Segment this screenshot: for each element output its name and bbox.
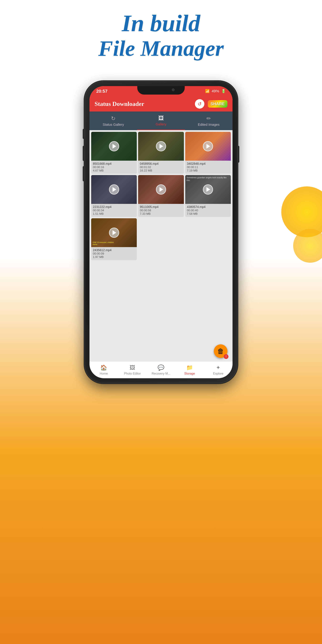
video-info-5: 9511005.mp4 00:00:58 7.33 MB [138,204,184,217]
status-gallery-icon: ↻ [111,115,116,122]
nav-recovery[interactable]: 💬 Recovery M... [147,364,176,376]
headline-line2: File Manager [0,36,322,60]
tab-gallery[interactable]: 🖼 Gallery [137,112,185,130]
front-camera [172,88,174,91]
explore-label: Explore [213,372,223,376]
play-button-2[interactable] [156,141,166,151]
video-info-2: 0458956.mp4 00:01:02 16.22 MB [138,161,184,174]
volume-down-button [83,166,84,181]
video-thumb-5 [138,175,184,204]
silent-button [83,129,84,139]
video-duration-3: 00:00:11 [187,166,229,169]
status-gallery-label: Status Gallery [103,123,124,126]
video-filename-2: 0458956.mp4 [140,162,182,166]
headline-line1: In build [0,10,322,36]
video-filename-5: 9511005.mp4 [140,205,182,209]
video-card-2[interactable]: 0458956.mp4 00:01:02 16.22 MB [138,132,184,174]
video-size-7: 1.97 MB [93,256,135,259]
bottom-nav: 🏠 Home 🖼 Photo Editor 💬 Recovery M... 📁 … [90,361,232,378]
photo-editor-label: Photo Editor [124,372,141,376]
video-duration-4: 00:00:34 [93,209,135,212]
home-label: Home [100,372,108,376]
photo-editor-icon: 🖼 [130,364,135,371]
app-header: Status Downloader ↺ SHARE [90,96,232,112]
storage-icon: 📁 [186,364,193,371]
play-button-1[interactable] [109,141,119,151]
video-size-1: 4.67 MB [93,169,135,172]
status-icons: 📶 49% 🔋 [205,89,226,94]
status-time: 20:57 [96,89,108,94]
phone-screen: 20:57 📶 49% 🔋 Status Downloader ↺ SHARE … [90,86,232,378]
gallery-area[interactable]: 8501668.mp4 00:00:16 4.67 MB 0458956.mp4… [90,130,232,361]
play-button-3[interactable] [203,141,213,151]
share-button[interactable]: SHARE [208,100,228,108]
gallery-label: Gallery [156,122,166,126]
storage-label: Storage [184,372,195,376]
home-icon: 🏠 [100,364,107,371]
gallery-icon: 🖼 [158,115,164,121]
video-duration-6: 00:00:40 [187,209,229,212]
video-duration-2: 00:01:02 [140,166,182,169]
nav-explore[interactable]: ✦ Explore [204,364,232,376]
video-filename-7: 2435612.mp4 [93,248,135,252]
video-card-1[interactable]: 8501668.mp4 00:00:16 4.67 MB [91,132,137,174]
video-filename-1: 8501668.mp4 [93,162,135,166]
video-card-7[interactable]: ONE IS innocent, childish,stand... 24356… [91,218,137,260]
volume-up-button [83,146,84,161]
thumb-overlay-text-6: Sometimes guardian angels look exactly l… [186,176,226,182]
video-size-6: 7.58 MB [187,212,229,216]
tab-status-gallery[interactable]: ↻ Status Gallery [90,112,137,130]
video-filename-4: 2231222.mp4 [93,205,135,209]
delete-badge: ! [224,354,228,359]
tab-edited-images[interactable]: ✏ Edited Images [185,112,232,130]
edited-images-icon: ✏ [206,115,211,122]
notch [137,86,185,94]
video-filename-3: 3402848.mp4 [187,162,229,166]
edited-images-label: Edited Images [198,123,220,126]
thumb-overlay-text-7: ONE IS innocent, childish,stand... [92,241,114,246]
video-thumb-2 [138,132,184,161]
nav-storage[interactable]: 📁 Storage [175,364,204,376]
video-info-3: 3402848.mp4 00:00:11 7.19 MB [185,161,231,174]
refresh-button[interactable]: ↺ [195,99,204,109]
video-duration-1: 00:00:16 [93,166,135,169]
video-size-4: 1.51 MB [93,212,135,216]
gallery-grid: 8501668.mp4 00:00:16 4.67 MB 0458956.mp4… [91,132,231,260]
video-duration-5: 00:00:58 [140,209,182,212]
video-info-6: 4380574.mp4 00:00:40 7.58 MB [185,204,231,217]
app-header-icons: ↺ SHARE [195,99,228,109]
play-button-7[interactable] [109,228,119,238]
video-card-3[interactable]: 3402848.mp4 00:00:11 7.19 MB [185,132,231,174]
video-card-4[interactable]: 2231222.mp4 00:00:34 1.51 MB [91,175,137,217]
recovery-icon: 💬 [158,364,164,371]
phone-device: 20:57 📶 49% 🔋 Status Downloader ↺ SHARE … [85,81,237,383]
battery-icon: 🔋 [221,89,226,94]
play-button-6[interactable] [203,184,213,194]
deco-circle-2 [293,229,322,263]
video-info-4: 2231222.mp4 00:00:34 1.51 MB [91,204,137,217]
video-size-5: 7.33 MB [140,212,182,216]
play-button-4[interactable] [109,184,119,194]
video-thumb-7: ONE IS innocent, childish,stand... [91,218,137,247]
deco-circle-1 [281,186,322,237]
explore-icon: ✦ [216,364,220,371]
video-thumb-1 [91,132,137,161]
video-thumb-4 [91,175,137,204]
video-size-2: 16.22 MB [140,169,182,172]
nav-home[interactable]: 🏠 Home [90,364,118,376]
app-title: Status Downloader [94,100,144,108]
video-duration-7: 00:00:09 [93,252,135,256]
power-button [238,146,239,163]
headline-block: In build File Manager [0,0,322,60]
play-button-5[interactable] [156,184,166,194]
video-info-1: 8501668.mp4 00:00:16 4.67 MB [91,161,137,174]
video-thumb-6: Sometimes guardian angels look exactly l… [185,175,231,204]
signal-icon: 📶 [205,89,210,94]
tab-bar: ↻ Status Gallery 🖼 Gallery ✏ Edited Imag… [90,112,232,130]
recovery-label: Recovery M... [152,372,170,376]
video-size-3: 7.19 MB [187,169,229,172]
battery-level: 49% [212,89,219,94]
video-card-6[interactable]: Sometimes guardian angels look exactly l… [185,175,231,217]
nav-photo-editor[interactable]: 🖼 Photo Editor [118,364,147,376]
video-card-5[interactable]: 9511005.mp4 00:00:58 7.33 MB [138,175,184,217]
